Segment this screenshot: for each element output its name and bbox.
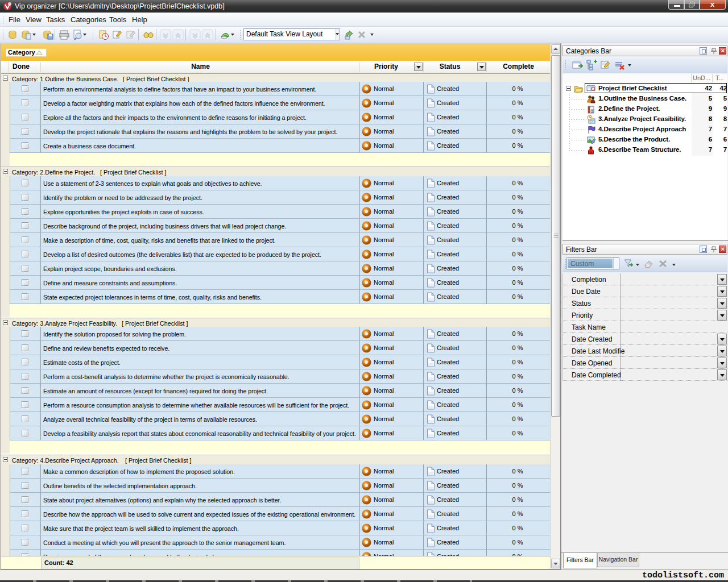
svg-text:5: 5 — [592, 110, 593, 113]
